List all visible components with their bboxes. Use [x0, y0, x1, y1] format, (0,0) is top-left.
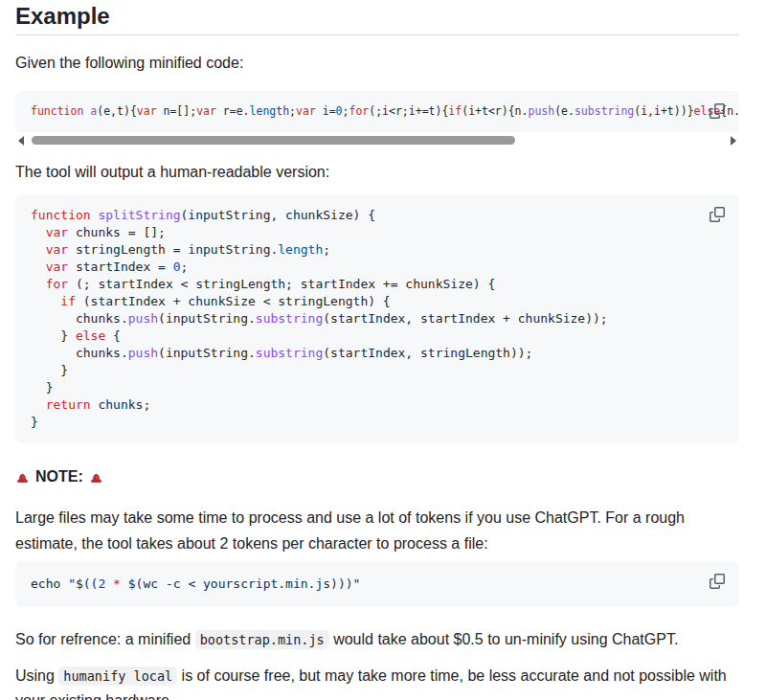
copy-button[interactable] — [705, 203, 730, 228]
code-box: echo "$((2 * $(wc -c < yourscript.min.js… — [15, 561, 739, 607]
copy-button[interactable] — [705, 570, 730, 595]
inline-code-bootstrap: bootstrap.min.js — [195, 630, 329, 649]
note-label: NOTE: — [35, 468, 83, 485]
code-block-estimate: echo "$((2 * $(wc -c < yourscript.min.js… — [15, 561, 739, 607]
scrollbar-track[interactable] — [32, 135, 723, 146]
code-box: function a(e,t){var n=[];var r=e.length;… — [15, 91, 739, 132]
scroll-right-arrow-icon[interactable] — [731, 136, 736, 146]
inline-code-humanify-local: humanify local — [58, 666, 177, 686]
copy-button[interactable] — [705, 100, 730, 124]
copy-icon — [710, 207, 725, 225]
intro-paragraph: Given the following minified code: — [15, 55, 739, 72]
scroll-left-arrow-icon[interactable] — [18, 136, 24, 146]
note-heading: NOTE: — [15, 468, 739, 485]
readme-content: Example Given the following minified cod… — [0, 0, 766, 700]
output-intro-paragraph: The tool will output a human-readable ve… — [15, 164, 739, 181]
code-block-minified: function a(e,t){var n=[];var r=e.length;… — [15, 91, 739, 148]
reference-paragraph: So for refrence: a minified bootstrap.mi… — [15, 628, 739, 651]
section-heading: Example — [15, 4, 739, 35]
reference-text-after: would take about $0.5 to un-minify using… — [329, 631, 679, 647]
code-block-readable: function splitString(inputString, chunkS… — [15, 194, 739, 443]
police-car-light-icon — [89, 470, 103, 485]
code-box: function splitString(inputString, chunkS… — [15, 194, 739, 443]
code-content-readable: function splitString(inputString, chunkS… — [15, 194, 739, 443]
local-text-before: Using — [15, 667, 58, 684]
copy-icon — [710, 103, 725, 122]
local-paragraph: Using humanify local is of course free, … — [15, 664, 739, 700]
horizontal-scrollbar[interactable] — [15, 132, 739, 148]
copy-icon — [710, 574, 725, 592]
reference-text-before: So for refrence: a minified — [15, 631, 195, 647]
scrollbar-thumb[interactable] — [32, 136, 515, 145]
code-content-minified: function a(e,t){var n=[];var r=e.length;… — [15, 91, 739, 132]
note-body-paragraph: Large files may take some time to proces… — [15, 505, 739, 556]
code-content-estimate: echo "$((2 * $(wc -c < yourscript.min.js… — [15, 561, 739, 607]
police-car-light-icon — [15, 470, 30, 485]
